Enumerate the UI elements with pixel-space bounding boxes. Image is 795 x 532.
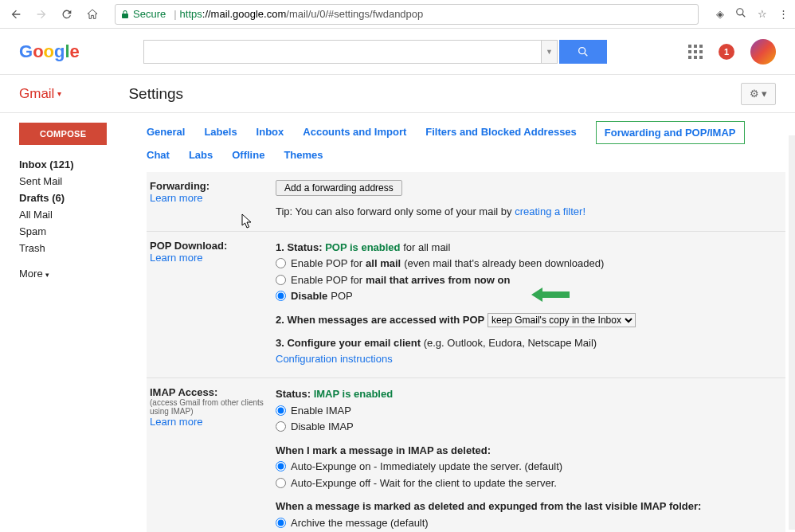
pop-learn-more[interactable]: Learn more bbox=[150, 252, 276, 264]
pop-accessed-select[interactable]: keep Gmail's copy in the Inbox bbox=[488, 313, 636, 327]
compose-button[interactable]: COMPOSE bbox=[19, 123, 107, 145]
settings-tab[interactable]: Inbox bbox=[257, 121, 292, 144]
svg-line-1 bbox=[742, 14, 746, 18]
expunge-off-radio[interactable] bbox=[276, 478, 286, 488]
settings-tab[interactable]: Accounts and Import bbox=[303, 121, 414, 144]
settings-tab[interactable]: Offline bbox=[232, 144, 272, 166]
archive-radio[interactable] bbox=[276, 518, 286, 528]
forwarding-section: Forwarding: Learn more Add a forwarding … bbox=[147, 172, 785, 231]
sidebar-item[interactable]: Sent Mail bbox=[19, 173, 135, 190]
apps-icon[interactable] bbox=[688, 45, 703, 59]
avatar[interactable] bbox=[750, 39, 776, 65]
sidebar-more[interactable]: More ▾ bbox=[19, 268, 135, 280]
search-button[interactable] bbox=[559, 40, 607, 64]
imap-section: IMAP Access: (access Gmail from other cl… bbox=[147, 377, 785, 532]
browser-toolbar: Secure | https://mail.google.com/mail/u/… bbox=[0, 0, 795, 29]
search-dropdown[interactable]: ▼ bbox=[542, 40, 558, 64]
settings-tab[interactable]: Labels bbox=[204, 121, 245, 144]
forwarding-learn-more[interactable]: Learn more bbox=[150, 192, 276, 204]
imap-enable-radio[interactable] bbox=[276, 405, 286, 416]
settings-tab[interactable]: Labs bbox=[189, 144, 221, 166]
settings-tab[interactable]: General bbox=[147, 121, 193, 144]
pop-section: POP Download: Learn more 1. Status: POP … bbox=[147, 231, 785, 378]
zoom-icon[interactable] bbox=[735, 7, 746, 21]
sidebar-item[interactable]: Trash bbox=[19, 240, 135, 256]
create-filter-link[interactable]: creating a filter! bbox=[515, 205, 585, 217]
settings-tab[interactable]: Filters and Blocked Addresses bbox=[425, 121, 585, 144]
expunge-on-radio[interactable] bbox=[276, 461, 286, 471]
svg-point-0 bbox=[737, 9, 743, 15]
home-button[interactable] bbox=[83, 5, 102, 24]
forward-button[interactable] bbox=[32, 5, 51, 24]
gear-button[interactable]: ⚙ ▾ bbox=[741, 83, 776, 105]
sidebar-item[interactable]: All Mail bbox=[19, 206, 135, 223]
pop-config-link[interactable]: Configuration instructions bbox=[276, 351, 779, 367]
google-logo[interactable]: Google bbox=[19, 41, 80, 62]
settings-tab[interactable]: Chat bbox=[147, 144, 178, 166]
lock-icon: Secure bbox=[120, 8, 166, 20]
sidebar-item[interactable]: Spam bbox=[19, 223, 135, 240]
reload-button[interactable] bbox=[57, 5, 76, 24]
imap-learn-more[interactable]: Learn more bbox=[150, 416, 276, 428]
search-input[interactable] bbox=[143, 40, 542, 64]
address-bar[interactable]: Secure | https://mail.google.com/mail/u/… bbox=[115, 4, 699, 25]
sidebar-item[interactable]: Inbox (121) bbox=[19, 156, 135, 173]
pop-disable-radio[interactable] bbox=[276, 291, 286, 301]
gmail-dropdown[interactable]: Gmail bbox=[19, 86, 61, 102]
notification-badge[interactable]: 1 bbox=[719, 44, 734, 60]
settings-tabs: GeneralLabelsInboxAccounts and ImportFil… bbox=[147, 121, 785, 166]
settings-content: GeneralLabelsInboxAccounts and ImportFil… bbox=[135, 113, 795, 532]
sidebar-item[interactable]: Drafts (6) bbox=[19, 190, 135, 206]
svg-point-2 bbox=[579, 47, 585, 53]
add-forwarding-button[interactable]: Add a forwarding address bbox=[276, 180, 402, 196]
pop-all-radio[interactable] bbox=[276, 258, 286, 268]
settings-tab[interactable]: Themes bbox=[284, 144, 331, 166]
sub-header: Gmail Settings ⚙ ▾ bbox=[0, 75, 795, 113]
svg-line-3 bbox=[585, 53, 587, 56]
eye-icon[interactable]: ◈ bbox=[716, 8, 724, 20]
app-header: Google ▼ 1 bbox=[0, 29, 795, 75]
imap-disable-radio[interactable] bbox=[276, 421, 286, 432]
menu-icon[interactable]: ⋮ bbox=[778, 8, 789, 20]
back-button[interactable] bbox=[6, 5, 25, 24]
scrollbar[interactable] bbox=[789, 135, 795, 530]
page-title: Settings bbox=[128, 85, 183, 103]
settings-tab[interactable]: Forwarding and POP/IMAP bbox=[596, 121, 745, 144]
sidebar: COMPOSE Inbox (121)Sent MailDrafts (6)Al… bbox=[0, 113, 135, 532]
pop-new-radio[interactable] bbox=[276, 275, 286, 285]
star-icon[interactable]: ☆ bbox=[758, 8, 767, 20]
